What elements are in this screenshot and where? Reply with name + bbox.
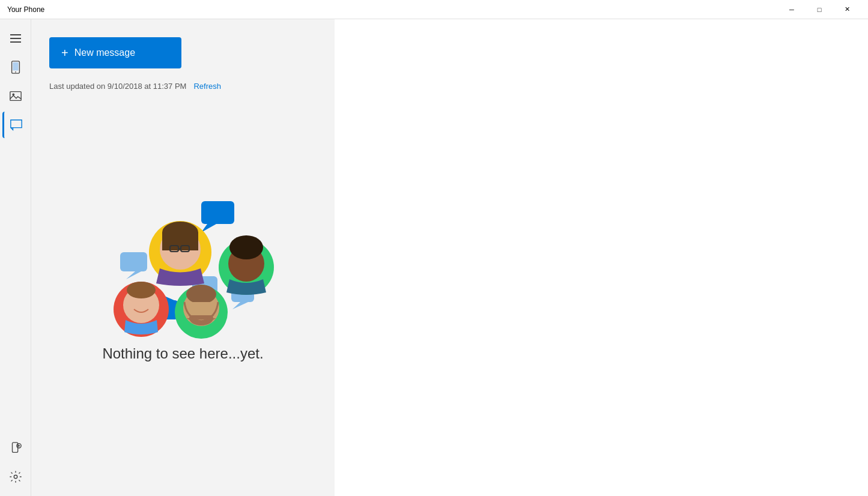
left-panel: + New message Last updated on 9/10/2018 … xyxy=(31,19,335,496)
svg-point-30 xyxy=(186,285,216,304)
sidebar-item-photos[interactable] xyxy=(2,83,29,109)
app-layout: + New message Last updated on 9/10/2018 … xyxy=(0,19,868,496)
last-updated-text: Last updated on 9/10/2018 at 11:37 PM xyxy=(49,82,186,91)
maximize-button[interactable]: □ xyxy=(806,0,833,19)
photos-icon xyxy=(9,89,22,103)
empty-state-illustration xyxy=(87,189,279,345)
title-bar: Your Phone ─ □ ✕ xyxy=(0,0,868,19)
close-button[interactable]: ✕ xyxy=(833,0,861,19)
title-bar-controls: ─ □ ✕ xyxy=(778,0,861,19)
svg-rect-8 xyxy=(201,201,234,224)
svg-marker-9 xyxy=(201,224,216,232)
sidebar-top xyxy=(2,25,29,432)
sidebar xyxy=(0,19,31,496)
phone-device-icon xyxy=(9,61,22,74)
title-bar-left: Your Phone xyxy=(7,5,44,14)
svg-marker-17 xyxy=(232,302,248,309)
sidebar-item-link-phone[interactable] xyxy=(2,435,29,461)
settings-icon xyxy=(9,470,22,483)
svg-point-34 xyxy=(127,282,156,298)
svg-marker-11 xyxy=(126,271,141,279)
new-message-button[interactable]: + New message xyxy=(49,37,181,68)
svg-point-27 xyxy=(229,235,263,259)
right-panel xyxy=(335,19,868,496)
update-bar: Last updated on 9/10/2018 at 11:37 PM Re… xyxy=(49,82,317,91)
hamburger-icon xyxy=(8,32,23,45)
sidebar-item-messages[interactable] xyxy=(2,112,29,138)
svg-rect-3 xyxy=(10,92,20,101)
main-area: + New message Last updated on 9/10/2018 … xyxy=(31,19,868,496)
empty-state: Nothing to see here...yet. xyxy=(49,91,317,496)
empty-state-text: Nothing to see here...yet. xyxy=(102,345,263,362)
svg-rect-10 xyxy=(120,252,147,271)
refresh-link[interactable]: Refresh xyxy=(193,82,221,91)
link-phone-icon xyxy=(9,441,22,455)
sidebar-item-settings[interactable] xyxy=(2,464,29,490)
app-title: Your Phone xyxy=(7,5,44,14)
svg-rect-1 xyxy=(13,62,18,71)
svg-point-2 xyxy=(15,71,16,73)
plus-icon: + xyxy=(61,46,68,60)
svg-point-7 xyxy=(14,475,17,479)
messages-icon xyxy=(10,118,23,132)
new-message-label: New message xyxy=(74,47,135,58)
sidebar-item-phone[interactable] xyxy=(2,54,29,80)
sidebar-item-menu[interactable] xyxy=(2,25,29,52)
sidebar-bottom xyxy=(2,435,29,496)
minimize-button[interactable]: ─ xyxy=(778,0,806,19)
